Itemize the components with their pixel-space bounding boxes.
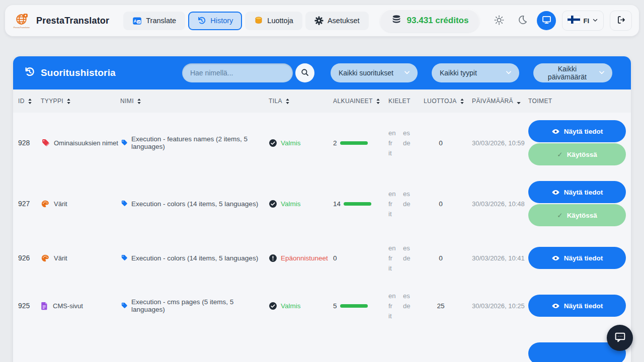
- tab-asetukset[interactable]: Asetukset: [305, 12, 369, 30]
- check-icon: ✓: [557, 150, 562, 158]
- tab-history[interactable]: History: [188, 12, 242, 30]
- eye-icon: [551, 188, 560, 197]
- sort-icon: [285, 98, 290, 105]
- row-languages: enesfrdeit: [388, 129, 424, 157]
- sun-icon: [494, 15, 505, 27]
- filter-types-dropdown[interactable]: Kaikki tyypit: [432, 63, 519, 82]
- view-details-button[interactable]: Näytä tiedot: [528, 295, 626, 317]
- items-count: 2: [333, 139, 337, 147]
- column-header-id[interactable]: ID: [18, 98, 41, 105]
- language-code: it: [388, 312, 396, 320]
- language-code: it: [388, 149, 396, 157]
- search-button[interactable]: [295, 63, 314, 82]
- row-credits: 25: [424, 302, 472, 310]
- credits-badge: 93.431 créditos: [380, 9, 480, 32]
- row-id: 928: [18, 139, 41, 147]
- view-details-button[interactable]: Näytä tiedot: [528, 247, 626, 269]
- language-code: en: [388, 292, 396, 300]
- coins-dark-icon: [391, 14, 402, 27]
- row-actions: Näytä tiedot: [528, 295, 626, 317]
- chat-fab-button[interactable]: [607, 325, 633, 351]
- chevron-down-icon: [592, 16, 598, 25]
- row-credits: 0: [424, 139, 472, 147]
- language-code: fr: [388, 139, 396, 147]
- column-header-alkuaineet[interactable]: ALKUAINEET: [333, 98, 388, 105]
- language-code: es: [403, 244, 411, 252]
- status-label: Valmis: [281, 200, 301, 208]
- tags-red-icon: [41, 139, 49, 147]
- column-label: TOIMET: [528, 98, 552, 105]
- column-header-nimi[interactable]: NIMI: [120, 98, 269, 105]
- items-count: 14: [333, 200, 341, 208]
- language-code: de: [403, 200, 411, 208]
- sort-icon: [376, 98, 380, 105]
- row-actions: Näytä tiedot✓Käytössä: [528, 181, 626, 226]
- tab-luottoja[interactable]: Luottoja: [245, 12, 302, 30]
- filter-label: Kaikki päivämäärät: [541, 65, 593, 81]
- language-code: it: [388, 210, 396, 218]
- navbar-right: 93.431 créditos: [380, 9, 632, 32]
- language-code: es: [403, 292, 411, 300]
- filters: Kaikki suoritukset Kaikki tyypit Kaikki …: [331, 63, 612, 82]
- logo-caption: PrestaTranslator: [14, 26, 30, 29]
- row-items: 0: [333, 254, 388, 262]
- table-header-row: IDTYYPPINIMITILAALKUAINEETKIELETLUOTTOJA…: [13, 89, 631, 113]
- palette-icon: [41, 254, 49, 262]
- type-label: Värit: [54, 200, 67, 208]
- items-count: 5: [333, 302, 337, 310]
- row-id: 927: [18, 200, 41, 208]
- filter-dates-dropdown[interactable]: Kaikki päivämäärät: [533, 63, 612, 82]
- language-selector[interactable]: FI: [562, 11, 604, 31]
- column-header-tila[interactable]: TILA: [269, 98, 333, 105]
- column-header-p-iv-m-r-[interactable]: PÄIVÄMÄÄRÄ: [472, 98, 528, 105]
- button-label: Näytä tiedot: [564, 254, 603, 262]
- palette-icon: [41, 200, 49, 208]
- coins-icon: [254, 16, 263, 25]
- tab-translate[interactable]: A Z Translate: [123, 12, 185, 30]
- row-type: Värit: [41, 254, 120, 262]
- in-use-button[interactable]: ✓Käytössä: [528, 143, 626, 165]
- button-label: Näytä tiedot: [564, 302, 603, 310]
- error-circle-icon: [269, 254, 277, 262]
- theme-dark-button[interactable]: [514, 12, 531, 29]
- brand: PrestaTranslator PrestaTranslator: [12, 13, 109, 29]
- sort-desc-icon: [516, 98, 521, 105]
- tag-blue-icon: [120, 200, 128, 208]
- search-area: [182, 63, 314, 82]
- row-id: 925: [18, 302, 41, 310]
- app-logo-icon: PrestaTranslator: [12, 13, 31, 29]
- column-label: LUOTTOJA: [424, 98, 457, 105]
- tab-label: Luottoja: [267, 17, 293, 25]
- eye-icon: [551, 127, 560, 136]
- theme-system-button[interactable]: [537, 11, 556, 30]
- top-navbar: PrestaTranslator PrestaTranslator A Z Tr…: [5, 5, 639, 36]
- column-header-tyyppi[interactable]: TYYPPI: [41, 98, 120, 105]
- table-row: 925 CMS-sivut Execution - cms pages (5 i…: [13, 282, 631, 330]
- search-input[interactable]: [182, 63, 293, 82]
- row-credits: 0: [424, 200, 472, 208]
- finland-flag-icon: [568, 16, 580, 26]
- logout-button[interactable]: [610, 11, 632, 31]
- sort-icon: [137, 98, 141, 105]
- row-status: Epäonnistuneet: [269, 254, 333, 262]
- row-credits: 0: [424, 254, 472, 262]
- filter-executions-dropdown[interactable]: Kaikki suoritukset: [331, 63, 418, 82]
- row-languages: enesfrdeit: [388, 292, 424, 320]
- name-label: Execution - features names (2 items, 5 l…: [131, 135, 264, 150]
- language-code: es: [403, 129, 411, 137]
- button-label: Näytä tiedot: [564, 128, 603, 135]
- button-label: Käytössä: [567, 151, 597, 158]
- row-languages: enesfrdeit: [388, 190, 424, 218]
- view-details-button[interactable]: Näytä tiedot: [528, 181, 626, 203]
- language-code: fr: [388, 254, 396, 262]
- eye-icon: [551, 254, 560, 262]
- column-header-luottoja[interactable]: LUOTTOJA: [424, 98, 472, 105]
- view-details-button[interactable]: Näytä tiedot: [528, 120, 626, 142]
- in-use-button[interactable]: ✓Käytössä: [528, 204, 626, 226]
- tab-label: Translate: [146, 17, 176, 25]
- panel-header: Suoritushistoria Kaikki suoritukset: [13, 56, 631, 89]
- sort-icon: [460, 98, 464, 105]
- theme-light-button[interactable]: [491, 12, 508, 29]
- row-name: Execution - features names (2 items, 5 l…: [120, 135, 269, 150]
- row-type: Värit: [41, 200, 120, 208]
